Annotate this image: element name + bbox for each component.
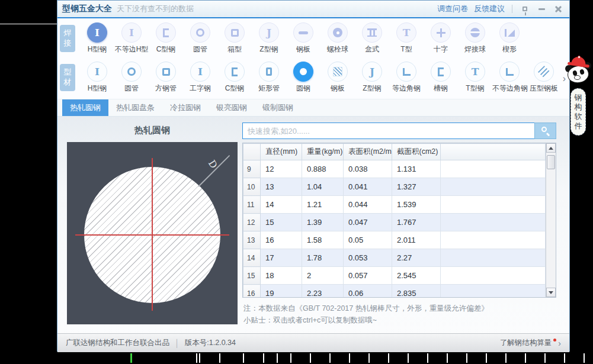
scroll-down-button[interactable] bbox=[546, 288, 556, 297]
row-number-cell: 14 bbox=[243, 249, 261, 267]
table-body: 9120.8880.0381.13110131.040.0411.3271114… bbox=[243, 160, 546, 298]
table-cell[interactable]: 15 bbox=[261, 214, 302, 231]
toolbar-item-十字[interactable]: 十字 bbox=[424, 20, 458, 54]
toolbar-item-圆管[interactable]: 圆管 bbox=[183, 20, 217, 54]
table-cell[interactable]: 0.047 bbox=[344, 214, 392, 231]
table-cell[interactable]: 0.053 bbox=[344, 249, 392, 267]
search-button[interactable] bbox=[534, 123, 556, 139]
tab-热轧圆钢[interactable]: 热轧圆钢 bbox=[62, 99, 108, 116]
tab-银亮圆钢[interactable]: 银亮圆钢 bbox=[209, 99, 255, 116]
column-header: 直径(mm) bbox=[261, 144, 302, 160]
table-cell[interactable]: 19 bbox=[261, 285, 302, 298]
toolbar-group-weld[interactable]: 焊 接 bbox=[60, 25, 75, 52]
toolbar-item-T型钢[interactable]: TT型钢 bbox=[458, 59, 492, 94]
table-cell[interactable]: 2.23 bbox=[302, 285, 344, 298]
toolbar-item-Z型钢[interactable]: JZ型钢 bbox=[355, 59, 389, 94]
toolbar-item-箱型[interactable]: 箱型 bbox=[217, 20, 252, 54]
pin-button[interactable] bbox=[520, 4, 530, 14]
table-cell[interactable]: 0.044 bbox=[344, 196, 392, 214]
toolbar-item-盒式[interactable]: 盒式 bbox=[355, 20, 389, 54]
toolbar-item-焊接球[interactable]: 焊接球 bbox=[458, 20, 492, 54]
toolbar-item-圆钢[interactable]: 圆钢 bbox=[286, 59, 320, 94]
table-cell[interactable]: 2 bbox=[302, 267, 344, 285]
table-cell[interactable]: 1.767 bbox=[392, 214, 441, 231]
learn-more-link[interactable]: 了解钢结构算量 › bbox=[500, 338, 561, 348]
minimize-button[interactable] bbox=[536, 4, 547, 14]
toolbar-item-Z型钢[interactable]: JZ型钢 bbox=[252, 20, 286, 54]
timeline-tick bbox=[290, 353, 291, 363]
toolbar-group-profile[interactable]: 型 材 bbox=[60, 64, 75, 91]
toolbar-item-槽钢[interactable]: 槽钢 bbox=[424, 59, 458, 94]
toolbar-row-profile: 型 材 IH型钢圆管方钢管I工字钢C型钢矩形管圆钢钢板JZ型钢等边角钢槽钢TT型… bbox=[57, 59, 569, 98]
table-cell[interactable]: 1.131 bbox=[392, 160, 441, 178]
toolbar-item-等边角钢[interactable]: 等边角钢 bbox=[389, 59, 424, 94]
table-cell[interactable]: 0.888 bbox=[302, 160, 344, 178]
scrollbar-thumb[interactable] bbox=[547, 155, 555, 169]
close-button[interactable] bbox=[553, 4, 563, 14]
toolbar-item-矩形管[interactable]: 矩形管 bbox=[252, 59, 286, 94]
tab-冷拉圆钢[interactable]: 冷拉圆钢 bbox=[162, 99, 209, 116]
table-cell[interactable]: 12 bbox=[261, 160, 302, 178]
toolbar-item-label: C型钢 bbox=[217, 83, 252, 94]
timeline-tick bbox=[243, 353, 244, 363]
table-scrollbar[interactable] bbox=[546, 143, 556, 297]
tab-热轧圆盘条[interactable]: 热轧圆盘条 bbox=[108, 99, 162, 116]
toolbar-item-压型钢板[interactable]: 压型钢板 bbox=[527, 59, 561, 94]
search-input[interactable] bbox=[242, 123, 534, 139]
desktop-artifact-line bbox=[0, 24, 57, 24]
table-cell[interactable]: 14 bbox=[261, 196, 302, 214]
table-cell[interactable]: 0.057 bbox=[344, 267, 392, 285]
table-cell[interactable]: 2.011 bbox=[392, 231, 441, 249]
arrow-down-icon bbox=[549, 291, 553, 294]
table-cell[interactable]: 1.39 bbox=[302, 214, 344, 231]
notification-dot bbox=[553, 339, 556, 342]
survey-link[interactable]: 调查问卷 bbox=[437, 4, 468, 14]
timeline-tick bbox=[505, 353, 507, 363]
toolbar-item-label: 等边角钢 bbox=[389, 83, 424, 94]
main-content: 热轧圆钢 D bbox=[57, 117, 569, 333]
toolbar-item-钢板[interactable]: 钢板 bbox=[286, 20, 320, 54]
toolbar-item-H型钢[interactable]: IH型钢 bbox=[80, 20, 114, 54]
toolbar-item-H型钢[interactable]: IH型钢 bbox=[80, 59, 114, 94]
tab-锻制圆钢[interactable]: 锻制圆钢 bbox=[255, 99, 301, 116]
toolbar-item-钢板[interactable]: 钢板 bbox=[320, 59, 355, 94]
toolbar-item-圆管[interactable]: 圆管 bbox=[114, 59, 149, 94]
toolbar-item-C型钢[interactable]: C型钢 bbox=[217, 59, 252, 94]
tee-icon: T bbox=[396, 22, 416, 43]
table-cell[interactable]: 16 bbox=[261, 231, 302, 249]
table-cell[interactable]: 1.78 bbox=[302, 249, 344, 267]
toolbar-item-工字钢[interactable]: I工字钢 bbox=[183, 59, 217, 94]
table-cell[interactable]: 1.21 bbox=[302, 196, 344, 214]
close-icon bbox=[554, 5, 562, 13]
table-cell[interactable]: 2.27 bbox=[392, 249, 441, 267]
toolbar-item-C型钢[interactable]: C型钢 bbox=[149, 20, 183, 54]
timeline-tick bbox=[196, 353, 197, 363]
feedback-link[interactable]: 反馈建议 bbox=[474, 4, 505, 14]
table-cell[interactable]: 17 bbox=[261, 249, 302, 267]
weldball-icon bbox=[465, 22, 485, 43]
table-cell[interactable]: 18 bbox=[261, 267, 302, 285]
toolbar-item-T型[interactable]: TT型 bbox=[389, 20, 424, 54]
toolbar-item-方钢管[interactable]: 方钢管 bbox=[149, 59, 183, 94]
table-cell[interactable]: 0.038 bbox=[344, 160, 392, 178]
table-cell[interactable]: 1.04 bbox=[302, 178, 344, 196]
ibeam-icon: I bbox=[87, 22, 107, 43]
toolbar-item-楔形[interactable]: 楔形 bbox=[492, 20, 527, 54]
scroll-up-button[interactable] bbox=[546, 143, 556, 153]
table-cell[interactable]: 2.545 bbox=[392, 267, 441, 285]
mascot-widget[interactable]: 钢 构 软 件 bbox=[563, 57, 593, 136]
table-cell[interactable]: 13 bbox=[261, 178, 302, 196]
toolbar-item-螺栓球[interactable]: 螺栓球 bbox=[320, 20, 355, 54]
table-cell[interactable]: 1.58 bbox=[302, 231, 344, 249]
table-cell[interactable]: 1.327 bbox=[392, 178, 441, 196]
table-cell[interactable]: 2.835 bbox=[392, 285, 441, 298]
pin-icon bbox=[523, 7, 527, 11]
table-cell[interactable]: 1.539 bbox=[392, 196, 441, 214]
table-cell[interactable]: 0.05 bbox=[344, 231, 392, 249]
wedge-icon bbox=[499, 22, 520, 43]
table-cell[interactable]: 0.06 bbox=[344, 285, 392, 298]
stripes-icon bbox=[534, 62, 554, 82]
toolbar-item-不等边H型[interactable]: I不等边H型 bbox=[114, 20, 149, 54]
toolbar-item-不等边角钢[interactable]: 不等边角钢 bbox=[492, 59, 527, 94]
table-cell[interactable]: 0.041 bbox=[344, 178, 392, 196]
